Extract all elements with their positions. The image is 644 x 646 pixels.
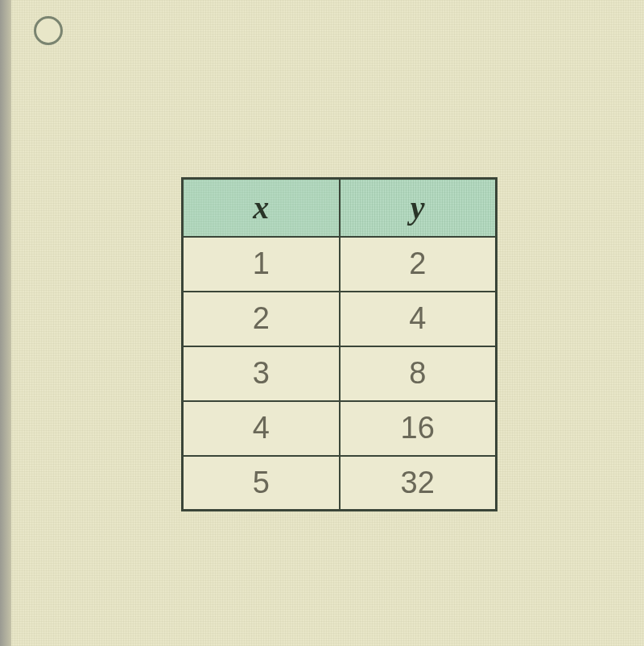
cell-x: 4: [183, 401, 340, 456]
header-x: x: [183, 179, 340, 237]
table-row: 3 8: [183, 346, 497, 401]
table-header-row: x y: [183, 179, 497, 237]
cell-y: 32: [340, 456, 497, 511]
cell-x: 3: [183, 346, 340, 401]
cell-y: 8: [340, 346, 497, 401]
cell-x: 5: [183, 456, 340, 511]
radio-option[interactable]: [34, 16, 63, 45]
cell-y: 16: [340, 401, 497, 456]
table-row: 5 32: [183, 456, 497, 511]
cell-y: 2: [340, 237, 497, 292]
xy-data-table: x y 1 2 2 4 3 8 4 16 5 32: [181, 177, 497, 511]
left-edge-divider: [0, 0, 11, 646]
table-row: 2 4: [183, 292, 497, 346]
cell-x: 1: [183, 237, 340, 292]
cell-y: 4: [340, 292, 497, 346]
header-y: y: [340, 179, 497, 237]
table-row: 4 16: [183, 401, 497, 456]
cell-x: 2: [183, 292, 340, 346]
table-row: 1 2: [183, 237, 497, 292]
